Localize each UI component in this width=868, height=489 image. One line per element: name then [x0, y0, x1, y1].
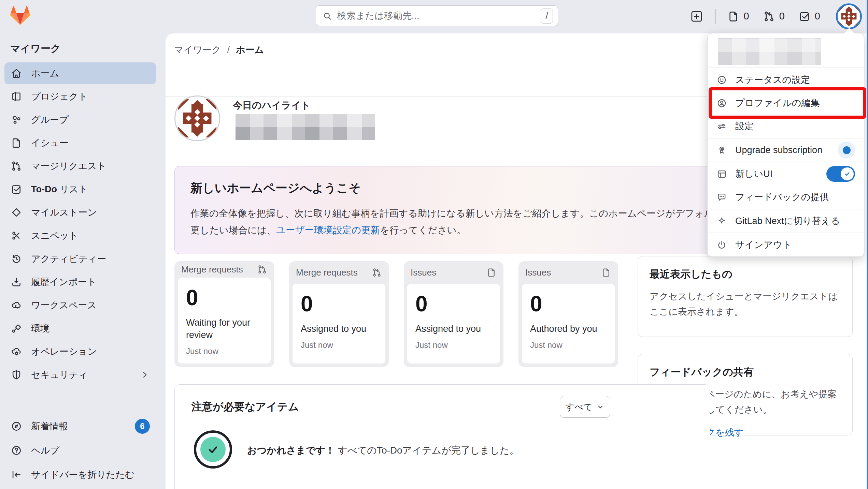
user-menu-header — [708, 33, 864, 68]
sidebar-item-activity[interactable]: アクティビティー — [4, 248, 156, 270]
profile-avatar — [174, 95, 220, 141]
home-icon — [11, 68, 22, 79]
sidebar-item-import-history[interactable]: 履歴インポート — [4, 271, 156, 293]
sidebar-item-help[interactable]: ヘルプ — [4, 440, 156, 461]
environment-icon — [11, 323, 22, 334]
sidebar-item-label: イシュー — [31, 137, 69, 149]
group-icon — [11, 114, 22, 125]
breadcrumb-parent[interactable]: マイワーク — [174, 44, 221, 56]
operations-icon — [11, 346, 22, 357]
sidebar-item-merge-requests[interactable]: マージリクエスト — [4, 155, 156, 177]
collapse-sidebar-icon — [11, 469, 22, 480]
comment-icon — [716, 192, 727, 203]
menu-item-upgrade-subscription[interactable]: Upgrade subscription — [708, 138, 864, 162]
all-done-message: おつかれさまです！すべてのTo-Doアイテムが完了しました。 — [247, 444, 519, 457]
stat-time: Just now — [415, 340, 492, 350]
sidebar-item-label: セキュリティ — [31, 369, 88, 381]
sidebar-item-label: ワークスペース — [31, 299, 97, 311]
sidebar-item-todo-list[interactable]: To-Do リスト — [4, 178, 156, 200]
menu-item-provide-feedback[interactable]: フィードバックの提供 — [708, 186, 864, 209]
sidebar-item-home[interactable]: ホーム — [4, 62, 156, 84]
topbar-divider — [715, 9, 716, 24]
merge-requests-counter[interactable]: 0 — [763, 10, 785, 23]
stat-value: 0 — [301, 291, 377, 316]
sidebar-item-projects[interactable]: プロジェクト — [4, 86, 156, 107]
menu-item-label: 新しいUI — [735, 168, 772, 180]
menu-item-new-ui[interactable]: 新しいUI — [708, 162, 864, 186]
sidebar-collapse-button[interactable]: サイドバーを折りたたむ — [4, 464, 156, 486]
sidebar-item-label: 新着情報 — [31, 420, 68, 432]
power-icon — [716, 240, 727, 250]
sidebar-item-label: マージリクエスト — [31, 160, 106, 172]
menu-item-gitlab-next[interactable]: GitLab Nextに切り替える — [708, 209, 864, 233]
menu-item-preferences[interactable]: 設定 — [708, 115, 864, 138]
sidebar-item-security[interactable]: セキュリティ — [4, 364, 156, 386]
menu-item-set-status[interactable]: ステータスの設定 — [708, 68, 864, 91]
menu-item-label: フィードバックの提供 — [735, 191, 829, 203]
sidebar-item-environments[interactable]: 環境 — [4, 317, 156, 339]
sidebar-item-snippets[interactable]: スニペット — [4, 225, 156, 247]
check-icon — [205, 442, 220, 457]
issues-count: 0 — [744, 11, 749, 22]
menu-item-label: プロファイルの編集 — [735, 97, 820, 109]
merge-request-icon — [257, 264, 267, 275]
sidebar-item-operations[interactable]: オペレーション — [4, 341, 156, 362]
chevron-right-icon — [140, 370, 150, 380]
sidebar-item-issues[interactable]: イシュー — [4, 132, 156, 154]
all-done-illustration — [194, 430, 232, 469]
shield-icon — [11, 369, 22, 381]
menu-item-sign-out[interactable]: サインアウト — [708, 233, 864, 256]
chevron-down-icon — [596, 402, 605, 411]
sidebar-item-label: スニペット — [31, 229, 78, 242]
new-ui-toggle[interactable] — [826, 166, 855, 182]
issue-icon — [486, 267, 497, 278]
sidebar-item-label: サイドバーを折りたたむ — [31, 469, 134, 481]
stat-card-mr-assigned[interactable]: Merge requests 0 Assigned to you Just no… — [289, 261, 389, 367]
merge-request-icon — [372, 267, 382, 278]
stat-label: Authored by you — [530, 323, 607, 335]
gitlab-logo-icon[interactable] — [10, 5, 31, 27]
menu-item-label: Upgrade subscription — [735, 145, 822, 155]
window-edge-accent — [867, 0, 868, 489]
profile-icon — [716, 98, 727, 108]
stat-card-issues-assigned[interactable]: Issues 0 Assigned to you Just now — [404, 261, 503, 367]
search-icon — [322, 11, 332, 21]
merge-requests-count: 0 — [779, 11, 785, 22]
workspace-cloud-icon — [11, 299, 22, 311]
sidebar-item-groups[interactable]: グループ — [4, 109, 156, 131]
sidebar: マイワーク ホーム プロジェクト グループ イシュー マージリクエスト To-D… — [0, 32, 160, 489]
stat-value: 0 — [186, 285, 262, 310]
stat-card-header: Merge requests — [181, 264, 243, 275]
milestone-icon — [11, 207, 22, 218]
user-avatar[interactable] — [836, 3, 862, 29]
smiley-icon — [716, 75, 727, 85]
global-search[interactable]: / — [316, 5, 558, 26]
search-input[interactable] — [337, 11, 541, 21]
issues-counter[interactable]: 0 — [727, 10, 749, 23]
preferences-link[interactable]: ユーザー環境設定の更新 — [276, 225, 380, 235]
stat-card-header: Issues — [411, 267, 436, 278]
todo-icon — [11, 183, 22, 195]
sidebar-item-milestones[interactable]: マイルストーン — [4, 202, 156, 223]
stat-value: 0 — [530, 291, 607, 316]
menu-item-edit-profile[interactable]: プロファイルの編集 — [708, 91, 864, 115]
stat-time: Just now — [186, 346, 262, 356]
sliders-icon — [716, 121, 727, 132]
stat-card-mr-review[interactable]: Merge requests 0 Waiting for your review… — [174, 261, 274, 367]
create-new-icon[interactable] — [690, 10, 703, 23]
menu-item-label: GitLab Nextに切り替える — [735, 215, 840, 227]
whats-new-badge: 6 — [135, 419, 150, 434]
sidebar-item-label: グループ — [31, 114, 69, 126]
stat-card-issues-authored[interactable]: Issues 0 Authored by you Just now — [518, 261, 618, 367]
todos-counter[interactable]: 0 — [798, 10, 820, 23]
top-bar: / 0 0 0 — [0, 0, 868, 32]
sidebar-item-workspaces[interactable]: ワークスペース — [4, 294, 156, 316]
compass-icon — [11, 420, 22, 432]
sparkle-icon — [716, 216, 727, 226]
issue-icon — [601, 267, 611, 278]
stat-cards-row: Merge requests 0 Waiting for your review… — [174, 261, 618, 367]
attention-filter-dropdown[interactable]: すべて — [560, 396, 610, 418]
sidebar-item-whats-new[interactable]: 新着情報 6 — [4, 415, 156, 437]
redacted-username — [236, 114, 375, 140]
menu-item-label: ステータスの設定 — [735, 74, 810, 86]
